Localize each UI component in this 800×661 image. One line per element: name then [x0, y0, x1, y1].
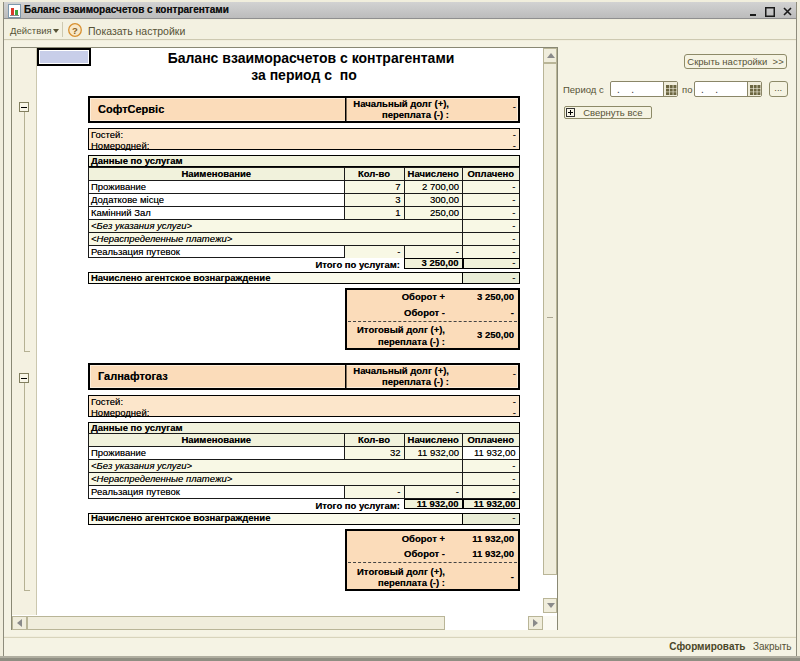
- svg-text:?: ?: [72, 24, 78, 35]
